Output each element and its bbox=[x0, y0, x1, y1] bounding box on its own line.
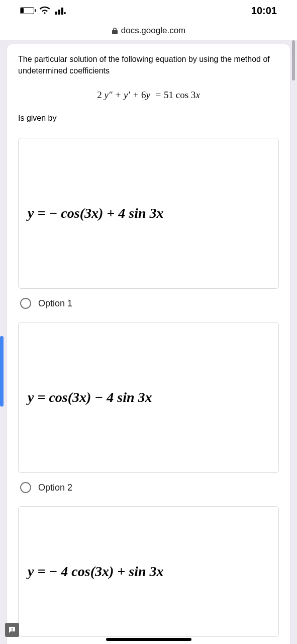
wifi-icon bbox=[39, 7, 50, 15]
svg-rect-4 bbox=[12, 628, 13, 630]
signal-icon bbox=[55, 7, 66, 15]
svg-point-3 bbox=[64, 12, 66, 14]
svg-rect-2 bbox=[61, 8, 63, 15]
home-indicator[interactable] bbox=[106, 638, 191, 641]
status-bar: 10:01 bbox=[0, 0, 297, 21]
question-sub: Is given by bbox=[18, 114, 279, 123]
scrollbar[interactable] bbox=[291, 40, 295, 644]
lock-icon bbox=[112, 27, 118, 35]
status-left bbox=[20, 7, 66, 15]
option-row-1[interactable]: Option 1 bbox=[18, 298, 279, 309]
option-image-3: y = − 4 cos(3x) + sin 3x bbox=[18, 506, 279, 637]
clock: 10:01 bbox=[251, 5, 277, 17]
svg-rect-5 bbox=[12, 630, 13, 631]
address-bar[interactable]: docs.google.com bbox=[0, 21, 297, 40]
option-label-1: Option 1 bbox=[38, 298, 72, 309]
option-formula-1: y = − cos(3x) + 4 sin 3x bbox=[28, 205, 164, 221]
battery-icon bbox=[20, 7, 34, 14]
option-formula-3: y = − 4 cos(3x) + sin 3x bbox=[28, 564, 164, 580]
url-host: docs.google.com bbox=[121, 26, 186, 36]
radio-icon[interactable] bbox=[20, 482, 31, 493]
radio-icon[interactable] bbox=[20, 298, 31, 309]
question-card: The particular solution of the following… bbox=[7, 44, 290, 644]
option-label-2: Option 2 bbox=[38, 482, 72, 493]
page-background: The particular solution of the following… bbox=[0, 40, 297, 644]
scroll-thumb[interactable] bbox=[292, 40, 295, 80]
feedback-button[interactable] bbox=[5, 623, 19, 637]
option-image-2: y = cos(3x) − 4 sin 3x bbox=[18, 322, 279, 473]
option-formula-2: y = cos(3x) − 4 sin 3x bbox=[28, 389, 152, 406]
option-row-2[interactable]: Option 2 bbox=[18, 482, 279, 493]
question-intro: The particular solution of the following… bbox=[18, 53, 279, 76]
svg-rect-0 bbox=[55, 12, 57, 15]
option-image-1: y = − cos(3x) + 4 sin 3x bbox=[18, 138, 279, 289]
svg-rect-1 bbox=[58, 10, 60, 15]
question-equation: 2 y″ + y′ + 6y = 51 cos 3x bbox=[18, 90, 279, 101]
card-accent bbox=[0, 336, 4, 407]
